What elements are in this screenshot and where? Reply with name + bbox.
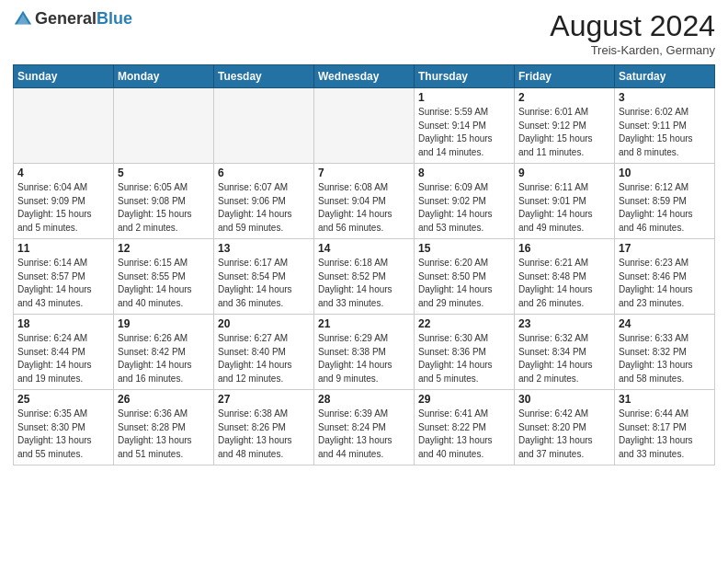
day-info: Sunrise: 6:12 AM Sunset: 8:59 PM Dayligh… bbox=[619, 181, 711, 235]
day-info: Sunrise: 6:30 AM Sunset: 8:36 PM Dayligh… bbox=[418, 332, 510, 385]
table-row: 23Sunrise: 6:32 AM Sunset: 8:34 PM Dayli… bbox=[515, 315, 615, 390]
day-number: 23 bbox=[518, 317, 610, 330]
day-info: Sunrise: 6:04 AM Sunset: 9:09 PM Dayligh… bbox=[17, 181, 109, 235]
day-info: Sunrise: 6:20 AM Sunset: 8:50 PM Dayligh… bbox=[418, 257, 510, 310]
day-info: Sunrise: 6:42 AM Sunset: 8:20 PM Dayligh… bbox=[518, 408, 610, 461]
day-info: Sunrise: 6:21 AM Sunset: 8:48 PM Dayligh… bbox=[518, 257, 610, 310]
table-row: 8Sunrise: 6:09 AM Sunset: 9:02 PM Daylig… bbox=[415, 164, 515, 239]
calendar-week-row: 18Sunrise: 6:24 AM Sunset: 8:44 PM Dayli… bbox=[14, 315, 715, 390]
table-row: 7Sunrise: 6:08 AM Sunset: 9:04 PM Daylig… bbox=[314, 164, 415, 239]
table-row: 28Sunrise: 6:39 AM Sunset: 8:24 PM Dayli… bbox=[314, 390, 415, 465]
day-number: 4 bbox=[17, 167, 109, 179]
day-info: Sunrise: 6:24 AM Sunset: 8:44 PM Dayligh… bbox=[17, 332, 109, 385]
day-info: Sunrise: 6:27 AM Sunset: 8:40 PM Dayligh… bbox=[218, 332, 310, 385]
location-text: Treis-Karden, Germany bbox=[550, 43, 715, 57]
day-number: 12 bbox=[118, 242, 210, 255]
day-info: Sunrise: 6:26 AM Sunset: 8:42 PM Dayligh… bbox=[118, 332, 210, 385]
table-row bbox=[214, 88, 314, 164]
table-row: 22Sunrise: 6:30 AM Sunset: 8:36 PM Dayli… bbox=[415, 315, 515, 390]
day-number: 26 bbox=[118, 393, 210, 406]
calendar-week-row: 25Sunrise: 6:35 AM Sunset: 8:30 PM Dayli… bbox=[14, 390, 715, 465]
logo-blue-text: Blue bbox=[97, 9, 132, 28]
day-info: Sunrise: 6:14 AM Sunset: 8:57 PM Dayligh… bbox=[17, 257, 109, 310]
day-info: Sunrise: 6:02 AM Sunset: 9:11 PM Dayligh… bbox=[619, 106, 711, 159]
day-info: Sunrise: 6:05 AM Sunset: 9:08 PM Dayligh… bbox=[118, 181, 210, 235]
day-number: 17 bbox=[619, 242, 711, 255]
day-info: Sunrise: 6:18 AM Sunset: 8:52 PM Dayligh… bbox=[318, 257, 410, 310]
day-number: 18 bbox=[17, 317, 109, 330]
day-number: 22 bbox=[418, 317, 510, 330]
day-number: 9 bbox=[518, 167, 610, 179]
table-row: 20Sunrise: 6:27 AM Sunset: 8:40 PM Dayli… bbox=[214, 315, 314, 390]
day-info: Sunrise: 6:35 AM Sunset: 8:30 PM Dayligh… bbox=[17, 408, 109, 461]
day-info: Sunrise: 5:59 AM Sunset: 9:14 PM Dayligh… bbox=[418, 106, 510, 159]
table-row: 4Sunrise: 6:04 AM Sunset: 9:09 PM Daylig… bbox=[14, 164, 114, 239]
day-number: 3 bbox=[619, 91, 711, 104]
day-info: Sunrise: 6:33 AM Sunset: 8:32 PM Dayligh… bbox=[619, 332, 711, 385]
day-number: 2 bbox=[518, 91, 610, 104]
calendar-week-row: 4Sunrise: 6:04 AM Sunset: 9:09 PM Daylig… bbox=[14, 164, 715, 239]
day-number: 24 bbox=[619, 317, 711, 330]
day-number: 29 bbox=[418, 393, 510, 406]
month-year-title: August 2024 bbox=[550, 9, 715, 43]
table-row: 21Sunrise: 6:29 AM Sunset: 8:38 PM Dayli… bbox=[314, 315, 415, 390]
day-info: Sunrise: 6:11 AM Sunset: 9:01 PM Dayligh… bbox=[518, 181, 610, 235]
day-number: 7 bbox=[318, 167, 410, 179]
table-row: 29Sunrise: 6:41 AM Sunset: 8:22 PM Dayli… bbox=[415, 390, 515, 465]
table-row: 15Sunrise: 6:20 AM Sunset: 8:50 PM Dayli… bbox=[415, 239, 515, 315]
table-row: 11Sunrise: 6:14 AM Sunset: 8:57 PM Dayli… bbox=[14, 239, 114, 315]
day-number: 16 bbox=[518, 242, 610, 255]
table-row: 14Sunrise: 6:18 AM Sunset: 8:52 PM Dayli… bbox=[314, 239, 415, 315]
day-info: Sunrise: 6:39 AM Sunset: 8:24 PM Dayligh… bbox=[318, 408, 410, 461]
day-number: 13 bbox=[218, 242, 310, 255]
day-info: Sunrise: 6:08 AM Sunset: 9:04 PM Dayligh… bbox=[318, 181, 410, 235]
table-row bbox=[114, 88, 214, 164]
day-number: 25 bbox=[17, 393, 109, 406]
calendar-table: Sunday Monday Tuesday Wednesday Thursday… bbox=[13, 64, 715, 465]
table-row: 31Sunrise: 6:44 AM Sunset: 8:17 PM Dayli… bbox=[615, 390, 715, 465]
calendar-week-row: 11Sunrise: 6:14 AM Sunset: 8:57 PM Dayli… bbox=[14, 239, 715, 315]
table-row: 2Sunrise: 6:01 AM Sunset: 9:12 PM Daylig… bbox=[515, 88, 615, 164]
col-monday: Monday bbox=[114, 65, 214, 88]
col-friday: Friday bbox=[515, 65, 615, 88]
day-info: Sunrise: 6:41 AM Sunset: 8:22 PM Dayligh… bbox=[418, 408, 510, 461]
col-thursday: Thursday bbox=[415, 65, 515, 88]
day-number: 28 bbox=[318, 393, 410, 406]
table-row: 27Sunrise: 6:38 AM Sunset: 8:26 PM Dayli… bbox=[214, 390, 314, 465]
day-info: Sunrise: 6:36 AM Sunset: 8:28 PM Dayligh… bbox=[118, 408, 210, 461]
table-row: 6Sunrise: 6:07 AM Sunset: 9:06 PM Daylig… bbox=[214, 164, 314, 239]
logo-text: GeneralBlue bbox=[35, 10, 132, 29]
day-number: 21 bbox=[318, 317, 410, 330]
calendar-week-row: 1Sunrise: 5:59 AM Sunset: 9:14 PM Daylig… bbox=[14, 88, 715, 164]
calendar-body: 1Sunrise: 5:59 AM Sunset: 9:14 PM Daylig… bbox=[14, 88, 715, 465]
col-wednesday: Wednesday bbox=[314, 65, 415, 88]
col-sunday: Sunday bbox=[14, 65, 114, 88]
day-number: 11 bbox=[17, 242, 109, 255]
day-number: 1 bbox=[418, 91, 510, 104]
table-row: 19Sunrise: 6:26 AM Sunset: 8:42 PM Dayli… bbox=[114, 315, 214, 390]
day-info: Sunrise: 6:15 AM Sunset: 8:55 PM Dayligh… bbox=[118, 257, 210, 310]
table-row: 10Sunrise: 6:12 AM Sunset: 8:59 PM Dayli… bbox=[615, 164, 715, 239]
page-container: GeneralBlue August 2024 Treis-Karden, Ge… bbox=[0, 0, 728, 475]
table-row: 26Sunrise: 6:36 AM Sunset: 8:28 PM Dayli… bbox=[114, 390, 214, 465]
logo-general-text: General bbox=[35, 9, 97, 28]
table-row bbox=[14, 88, 114, 164]
day-number: 19 bbox=[118, 317, 210, 330]
table-row: 17Sunrise: 6:23 AM Sunset: 8:46 PM Dayli… bbox=[615, 239, 715, 315]
day-number: 15 bbox=[418, 242, 510, 255]
day-number: 14 bbox=[318, 242, 410, 255]
table-row: 30Sunrise: 6:42 AM Sunset: 8:20 PM Dayli… bbox=[515, 390, 615, 465]
day-info: Sunrise: 6:38 AM Sunset: 8:26 PM Dayligh… bbox=[218, 408, 310, 461]
page-header: GeneralBlue August 2024 Treis-Karden, Ge… bbox=[13, 9, 715, 57]
day-info: Sunrise: 6:44 AM Sunset: 8:17 PM Dayligh… bbox=[619, 408, 711, 461]
day-info: Sunrise: 6:09 AM Sunset: 9:02 PM Dayligh… bbox=[418, 181, 510, 235]
table-row: 16Sunrise: 6:21 AM Sunset: 8:48 PM Dayli… bbox=[515, 239, 615, 315]
day-info: Sunrise: 6:17 AM Sunset: 8:54 PM Dayligh… bbox=[218, 257, 310, 310]
day-info: Sunrise: 6:01 AM Sunset: 9:12 PM Dayligh… bbox=[518, 106, 610, 159]
day-number: 20 bbox=[218, 317, 310, 330]
table-row: 12Sunrise: 6:15 AM Sunset: 8:55 PM Dayli… bbox=[114, 239, 214, 315]
table-row: 9Sunrise: 6:11 AM Sunset: 9:01 PM Daylig… bbox=[515, 164, 615, 239]
day-info: Sunrise: 6:29 AM Sunset: 8:38 PM Dayligh… bbox=[318, 332, 410, 385]
table-row: 25Sunrise: 6:35 AM Sunset: 8:30 PM Dayli… bbox=[14, 390, 114, 465]
day-number: 8 bbox=[418, 167, 510, 179]
